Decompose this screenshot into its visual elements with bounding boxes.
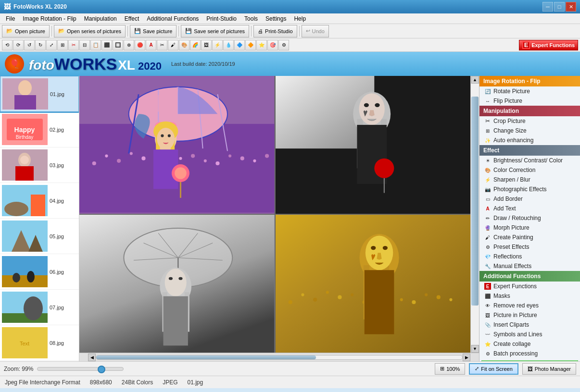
zoom-slider-thumb[interactable] — [98, 366, 105, 373]
menu-manipulation[interactable]: Manipulation — [80, 14, 121, 23]
right-manual-effects[interactable]: 🔧 Manual Effects — [479, 261, 580, 271]
icon-btn-17[interactable]: 🎨 — [179, 40, 189, 50]
maximize-button[interactable]: □ — [554, 2, 565, 12]
open-picture-button[interactable]: 📂 Open picture — [2, 25, 50, 37]
undo-right-button[interactable]: Undo — [481, 360, 578, 361]
undo-toolbar-button[interactable]: ↩ Undo — [302, 25, 329, 37]
icon-btn-4[interactable]: ↻ — [35, 40, 46, 50]
vscroll-up-button[interactable]: ▲ — [471, 76, 479, 84]
menu-help[interactable]: Help — [290, 14, 310, 23]
zoom-100-button[interactable]: ⊞ 100% — [435, 363, 465, 375]
icon-btn-22[interactable]: 🔷 — [234, 40, 245, 50]
icon-btn-24[interactable]: ⭐ — [256, 40, 267, 50]
photo-manager-button[interactable]: 🖼 Photo Manager — [522, 363, 576, 375]
menu-additional[interactable]: Additional Functions — [143, 14, 202, 23]
right-add-border[interactable]: ▭ Add Border — [479, 194, 580, 204]
menu-tools[interactable]: Tools — [240, 14, 262, 23]
icon-btn-23[interactable]: 🔶 — [245, 40, 256, 50]
right-rotate-picture[interactable]: 🔄 Rotate Picture — [479, 86, 580, 96]
right-expert-functions[interactable]: E Expert Functions — [479, 282, 580, 291]
hscroll-left-button[interactable]: ◀ — [88, 354, 96, 361]
hscroll-thumb[interactable] — [96, 355, 316, 359]
right-preset-effects[interactable]: ⚙ Preset Effects — [479, 242, 580, 252]
right-insert-cliparts[interactable]: 📎 Insert Cliparts — [479, 320, 580, 330]
icon-btn-19[interactable]: 🖼 — [201, 40, 212, 50]
right-color-correction[interactable]: 🎨 Color Correction — [479, 165, 580, 175]
thumbnail-01[interactable]: 01.jpg — [0, 76, 79, 112]
canvas-area[interactable] — [79, 76, 470, 353]
right-reflections[interactable]: 💎 Reflections — [479, 252, 580, 261]
icon-btn-11[interactable]: 🔲 — [113, 40, 123, 50]
menu-image-rotation[interactable]: Image Rotation - Flip — [19, 14, 80, 23]
save-picture-button[interactable]: 💾 Save picture — [130, 25, 177, 37]
icon-btn-7[interactable]: ✂ — [68, 40, 79, 50]
reflections-icon: 💎 — [484, 253, 491, 260]
menu-print-studio[interactable]: Print-Studio — [202, 14, 240, 23]
right-flip-picture[interactable]: ↔ Flip Picture — [479, 96, 580, 106]
open-series-button[interactable]: 📂 Open series of pictures — [54, 25, 126, 37]
right-create-collage[interactable]: ⭐ Create collage — [479, 339, 580, 349]
right-batch-processing[interactable]: ⚙ Batch processing — [479, 349, 580, 358]
icon-btn-5[interactable]: ⤢ — [46, 40, 57, 50]
svg-point-58 — [161, 134, 164, 137]
print-studio-button[interactable]: 🖨 Print-Studio — [253, 25, 297, 37]
icon-btn-8[interactable]: ⊟ — [79, 40, 90, 50]
statusbar: Jpeg File Interchange Format 898x680 24B… — [0, 376, 580, 388]
icon-btn-15[interactable]: ✂ — [157, 40, 167, 50]
icon-btn-20[interactable]: ⚡ — [212, 40, 223, 50]
icon-btn-14[interactable]: A — [146, 40, 156, 50]
right-change-size[interactable]: ⊞ Change Size — [479, 126, 580, 135]
thumbnail-05[interactable]: 05.jpg — [0, 219, 79, 254]
right-sharpen-blur[interactable]: ⚡ Sharpen / Blur — [479, 175, 580, 184]
thumbnail-04[interactable]: 04.jpg — [0, 183, 79, 219]
icon-btn-18[interactable]: 🌈 — [190, 40, 201, 50]
right-add-text[interactable]: A Add Text — [479, 204, 580, 213]
right-auto-enhancing[interactable]: ✨ Auto enhancing — [479, 135, 580, 145]
vscroll-down-button[interactable]: ▼ — [471, 345, 479, 353]
menu-file[interactable]: File — [2, 14, 19, 23]
icon-btn-1[interactable]: ⟲ — [2, 40, 13, 50]
fit-screen-button[interactable]: ⤢ Fit on Screen — [469, 363, 518, 375]
icon-btn-10[interactable]: ⬛ — [101, 40, 112, 50]
right-remove-red-eyes[interactable]: 👁 Remove red eyes — [479, 301, 580, 310]
hscroll-right-button[interactable]: ▶ — [463, 354, 470, 361]
right-masks[interactable]: ⬛ Masks — [479, 291, 580, 301]
right-symbols-lines[interactable]: 〰 Symbols and Lines — [479, 330, 580, 339]
save-series-button[interactable]: 💾 Save serie of pictures — [181, 25, 249, 37]
close-button[interactable]: ✕ — [566, 2, 576, 12]
vscroll-track[interactable] — [471, 84, 479, 345]
minimize-button[interactable]: ─ — [542, 2, 553, 12]
thumbnail-06[interactable]: 06.jpg — [0, 254, 79, 290]
vscroll-thumb[interactable] — [471, 97, 479, 306]
vertical-scrollbar[interactable]: ▲ ▼ — [470, 76, 479, 353]
icon-btn-16[interactable]: 🖌 — [168, 40, 178, 50]
icon-btn-13[interactable]: 🔴 — [135, 40, 145, 50]
right-brightness[interactable]: ☀ Brightness/ Contrast/ Color — [479, 156, 580, 165]
right-crop-picture[interactable]: ✂ Crop Picture — [479, 116, 580, 126]
expert-functions-toolbar-button[interactable]: E Expert Functions — [519, 40, 578, 50]
right-draw-retouching[interactable]: ✏ Draw / Retouching — [479, 213, 580, 223]
right-morph-picture[interactable]: 🔮 Morph Picture — [479, 223, 580, 233]
horizontal-scrollbar[interactable]: ◀ ▶ — [79, 353, 479, 361]
menu-effect[interactable]: Effect — [121, 14, 143, 23]
menu-settings[interactable]: Settings — [262, 14, 290, 23]
thumbnail-07[interactable]: 07.jpg — [0, 290, 79, 325]
zoom-slider[interactable] — [37, 367, 124, 371]
right-photographic-effects[interactable]: 📷 Photographic Effects — [479, 184, 580, 194]
icon-btn-9[interactable]: 📋 — [90, 40, 101, 50]
thumbnail-02[interactable]: Happy Birthday 02.jpg — [0, 112, 79, 147]
icon-btn-2[interactable]: ⟳ — [13, 40, 24, 50]
thumbnail-08[interactable]: Text 08.jpg — [0, 325, 79, 361]
svg-point-107 — [412, 300, 416, 304]
right-picture-in-picture[interactable]: 🖼 Picture in Picture — [479, 310, 580, 320]
icon-btn-25[interactable]: 🎯 — [267, 40, 278, 50]
icon-btn-3[interactable]: ↺ — [24, 40, 35, 50]
thumbnail-03[interactable]: 03.jpg — [0, 147, 79, 183]
hscroll-track[interactable] — [96, 355, 463, 360]
icon-btn-26[interactable]: ⚙ — [278, 40, 289, 50]
icon-btn-6[interactable]: ⊞ — [57, 40, 68, 50]
right-create-painting[interactable]: 🖌 Create Painting — [479, 233, 580, 242]
icon-btn-21[interactable]: 💧 — [223, 40, 234, 50]
icon-btn-12[interactable]: ⊕ — [124, 40, 134, 50]
svg-point-108 — [425, 294, 428, 296]
